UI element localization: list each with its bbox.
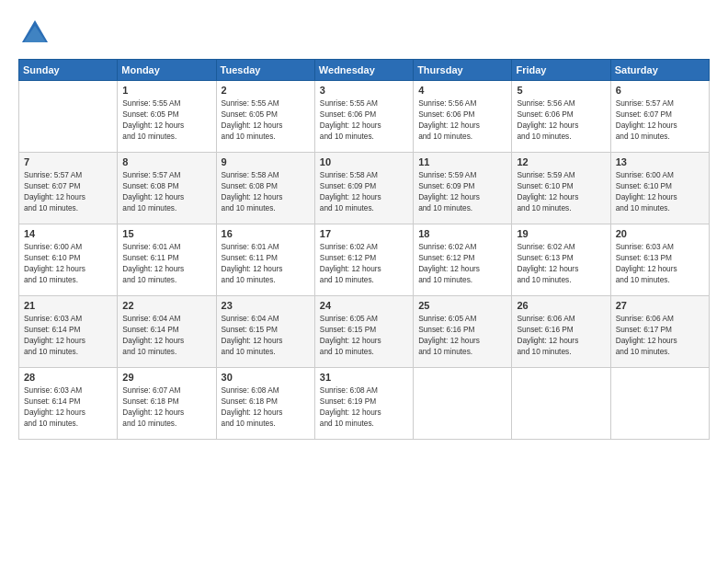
- calendar-cell: 7Sunrise: 5:57 AM Sunset: 6:07 PM Daylig…: [19, 153, 118, 224]
- day-info: Sunrise: 6:00 AM Sunset: 6:10 PM Dayligh…: [24, 241, 112, 285]
- calendar-cell: [512, 368, 610, 440]
- day-info: Sunrise: 6:07 AM Sunset: 6:18 PM Dayligh…: [122, 385, 210, 429]
- day-number: 13: [616, 156, 704, 167]
- calendar-cell: 9Sunrise: 5:58 AM Sunset: 6:08 PM Daylig…: [216, 153, 314, 224]
- day-info: Sunrise: 5:57 AM Sunset: 6:07 PM Dayligh…: [616, 98, 704, 142]
- day-info: Sunrise: 5:58 AM Sunset: 6:08 PM Dayligh…: [222, 169, 310, 213]
- calendar-week-4: 21Sunrise: 6:03 AM Sunset: 6:14 PM Dayli…: [19, 296, 710, 368]
- day-number: 4: [418, 85, 506, 96]
- calendar-cell: 27Sunrise: 6:06 AM Sunset: 6:17 PM Dayli…: [610, 296, 709, 368]
- day-number: 7: [24, 156, 112, 167]
- col-wednesday: Wednesday: [314, 60, 413, 81]
- calendar-cell: [610, 368, 709, 440]
- col-monday: Monday: [118, 60, 216, 81]
- calendar-cell: 4Sunrise: 5:56 AM Sunset: 6:06 PM Daylig…: [414, 81, 512, 153]
- day-number: 3: [320, 85, 408, 96]
- col-friday: Friday: [512, 60, 610, 81]
- day-number: 17: [320, 228, 408, 239]
- day-number: 10: [320, 156, 408, 167]
- calendar-cell: 14Sunrise: 6:00 AM Sunset: 6:10 PM Dayli…: [19, 224, 118, 296]
- calendar-cell: [414, 368, 512, 440]
- day-info: Sunrise: 6:01 AM Sunset: 6:11 PM Dayligh…: [122, 241, 210, 285]
- day-info: Sunrise: 6:03 AM Sunset: 6:14 PM Dayligh…: [24, 385, 112, 429]
- day-number: 15: [122, 228, 210, 239]
- calendar-table: Sunday Monday Tuesday Wednesday Thursday…: [18, 59, 710, 440]
- calendar-cell: 11Sunrise: 5:59 AM Sunset: 6:09 PM Dayli…: [414, 153, 512, 224]
- day-number: 22: [122, 300, 210, 311]
- day-number: 26: [517, 300, 605, 311]
- day-info: Sunrise: 5:58 AM Sunset: 6:09 PM Dayligh…: [320, 169, 408, 213]
- day-info: Sunrise: 6:08 AM Sunset: 6:18 PM Dayligh…: [222, 385, 310, 429]
- day-number: 1: [122, 85, 210, 96]
- day-number: 18: [418, 228, 506, 239]
- calendar-week-2: 7Sunrise: 5:57 AM Sunset: 6:07 PM Daylig…: [19, 153, 710, 224]
- calendar-cell: 23Sunrise: 6:04 AM Sunset: 6:15 PM Dayli…: [216, 296, 314, 368]
- day-number: 12: [517, 156, 605, 167]
- day-info: Sunrise: 6:08 AM Sunset: 6:19 PM Dayligh…: [320, 385, 408, 429]
- calendar-cell: 18Sunrise: 6:02 AM Sunset: 6:12 PM Dayli…: [414, 224, 512, 296]
- page: Sunday Monday Tuesday Wednesday Thursday…: [0, 0, 728, 563]
- day-number: 27: [616, 300, 704, 311]
- day-number: 20: [616, 228, 704, 239]
- day-number: 19: [517, 228, 605, 239]
- day-number: 6: [616, 85, 704, 96]
- calendar-cell: 5Sunrise: 5:56 AM Sunset: 6:06 PM Daylig…: [512, 81, 610, 153]
- day-number: 21: [24, 300, 112, 311]
- day-info: Sunrise: 6:02 AM Sunset: 6:12 PM Dayligh…: [418, 241, 506, 285]
- calendar-week-1: 1Sunrise: 5:55 AM Sunset: 6:05 PM Daylig…: [19, 81, 710, 153]
- day-info: Sunrise: 5:56 AM Sunset: 6:06 PM Dayligh…: [517, 98, 605, 142]
- calendar-cell: 29Sunrise: 6:07 AM Sunset: 6:18 PM Dayli…: [118, 368, 216, 440]
- day-info: Sunrise: 5:55 AM Sunset: 6:05 PM Dayligh…: [122, 98, 210, 142]
- day-info: Sunrise: 5:57 AM Sunset: 6:07 PM Dayligh…: [24, 169, 112, 213]
- day-info: Sunrise: 6:04 AM Sunset: 6:15 PM Dayligh…: [222, 313, 310, 357]
- day-info: Sunrise: 6:04 AM Sunset: 6:14 PM Dayligh…: [122, 313, 210, 357]
- day-number: 8: [122, 156, 210, 167]
- calendar-cell: 17Sunrise: 6:02 AM Sunset: 6:12 PM Dayli…: [314, 224, 413, 296]
- day-number: 28: [24, 372, 112, 383]
- calendar-cell: 15Sunrise: 6:01 AM Sunset: 6:11 PM Dayli…: [118, 224, 216, 296]
- calendar-cell: 21Sunrise: 6:03 AM Sunset: 6:14 PM Dayli…: [19, 296, 118, 368]
- calendar-cell: 10Sunrise: 5:58 AM Sunset: 6:09 PM Dayli…: [314, 153, 413, 224]
- calendar-cell: 8Sunrise: 5:57 AM Sunset: 6:08 PM Daylig…: [118, 153, 216, 224]
- day-number: 9: [222, 156, 310, 167]
- calendar-cell: [19, 81, 118, 153]
- day-info: Sunrise: 6:03 AM Sunset: 6:13 PM Dayligh…: [616, 241, 704, 285]
- calendar-cell: 6Sunrise: 5:57 AM Sunset: 6:07 PM Daylig…: [610, 81, 709, 153]
- day-info: Sunrise: 6:05 AM Sunset: 6:15 PM Dayligh…: [320, 313, 408, 357]
- calendar-week-3: 14Sunrise: 6:00 AM Sunset: 6:10 PM Dayli…: [19, 224, 710, 296]
- calendar-cell: 25Sunrise: 6:05 AM Sunset: 6:16 PM Dayli…: [414, 296, 512, 368]
- calendar-cell: 13Sunrise: 6:00 AM Sunset: 6:10 PM Dayli…: [610, 153, 709, 224]
- day-number: 25: [418, 300, 506, 311]
- calendar-cell: 31Sunrise: 6:08 AM Sunset: 6:19 PM Dayli…: [314, 368, 413, 440]
- day-number: 11: [418, 156, 506, 167]
- calendar-cell: 20Sunrise: 6:03 AM Sunset: 6:13 PM Dayli…: [610, 224, 709, 296]
- day-info: Sunrise: 5:55 AM Sunset: 6:06 PM Dayligh…: [320, 98, 408, 142]
- calendar-cell: 28Sunrise: 6:03 AM Sunset: 6:14 PM Dayli…: [19, 368, 118, 440]
- col-saturday: Saturday: [610, 60, 709, 81]
- col-thursday: Thursday: [414, 60, 512, 81]
- calendar-cell: 22Sunrise: 6:04 AM Sunset: 6:14 PM Dayli…: [118, 296, 216, 368]
- calendar-cell: 2Sunrise: 5:55 AM Sunset: 6:05 PM Daylig…: [216, 81, 314, 153]
- header-row: Sunday Monday Tuesday Wednesday Thursday…: [19, 60, 710, 81]
- day-info: Sunrise: 5:59 AM Sunset: 6:09 PM Dayligh…: [418, 169, 506, 213]
- day-info: Sunrise: 5:59 AM Sunset: 6:10 PM Dayligh…: [517, 169, 605, 213]
- day-info: Sunrise: 5:56 AM Sunset: 6:06 PM Dayligh…: [418, 98, 506, 142]
- day-number: 29: [122, 372, 210, 383]
- day-info: Sunrise: 6:05 AM Sunset: 6:16 PM Dayligh…: [418, 313, 506, 357]
- day-info: Sunrise: 6:06 AM Sunset: 6:17 PM Dayligh…: [616, 313, 704, 357]
- day-number: 24: [320, 300, 408, 311]
- col-tuesday: Tuesday: [216, 60, 314, 81]
- calendar-cell: 30Sunrise: 6:08 AM Sunset: 6:18 PM Dayli…: [216, 368, 314, 440]
- day-number: 2: [222, 85, 310, 96]
- day-info: Sunrise: 6:06 AM Sunset: 6:16 PM Dayligh…: [517, 313, 605, 357]
- day-info: Sunrise: 6:01 AM Sunset: 6:11 PM Dayligh…: [222, 241, 310, 285]
- calendar-cell: 24Sunrise: 6:05 AM Sunset: 6:15 PM Dayli…: [314, 296, 413, 368]
- day-info: Sunrise: 5:55 AM Sunset: 6:05 PM Dayligh…: [222, 98, 310, 142]
- calendar-cell: 3Sunrise: 5:55 AM Sunset: 6:06 PM Daylig…: [314, 81, 413, 153]
- header: [18, 17, 710, 50]
- day-number: 23: [222, 300, 310, 311]
- calendar-week-5: 28Sunrise: 6:03 AM Sunset: 6:14 PM Dayli…: [19, 368, 710, 440]
- day-info: Sunrise: 5:57 AM Sunset: 6:08 PM Dayligh…: [122, 169, 210, 213]
- day-number: 5: [517, 85, 605, 96]
- day-info: Sunrise: 6:02 AM Sunset: 6:12 PM Dayligh…: [320, 241, 408, 285]
